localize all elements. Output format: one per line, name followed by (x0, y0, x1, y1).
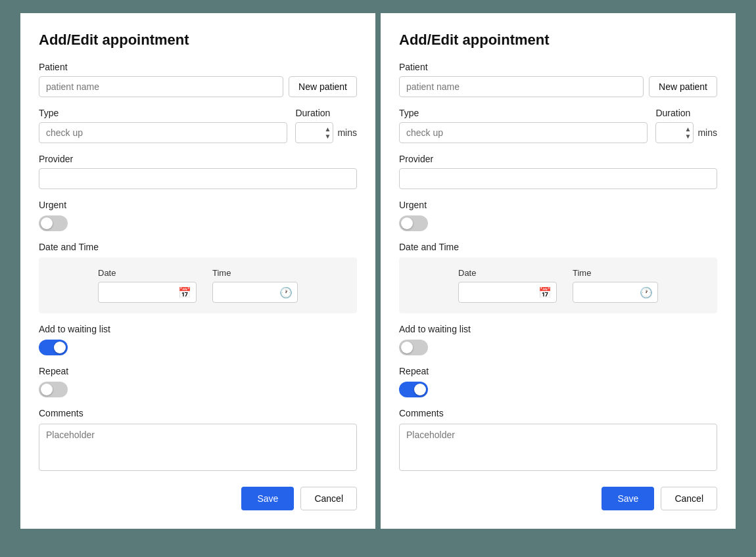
time-input-1[interactable]: 11:00 am (212, 282, 298, 303)
waiting-toggle-wrap-1 (39, 340, 357, 355)
repeat-slider-1 (39, 382, 68, 397)
patient-field-group-2: Patient New patient (399, 62, 717, 97)
urgent-toggle-2[interactable] (399, 215, 428, 231)
repeat-label-2: Repeat (399, 366, 717, 376)
date-input-1[interactable]: 01/12/2020 (98, 282, 197, 303)
datetime-box-1: Date 01/12/2020 📅 Time 11:00 am 🕐 (39, 257, 357, 313)
new-patient-button-1[interactable]: New patient (289, 76, 357, 97)
urgent-toggle-1[interactable] (39, 215, 68, 231)
provider-input-2[interactable]: John Smith (399, 168, 717, 189)
duration-down-2[interactable]: ▼ (685, 133, 692, 140)
comments-label-1: Comments (39, 408, 357, 418)
time-input-2[interactable]: 11:00 am (573, 282, 658, 303)
datetime-label-2: Date and Time (399, 242, 717, 252)
provider-input-1[interactable]: John Smith (39, 168, 357, 189)
urgent-toggle-wrap-2 (399, 215, 717, 231)
panel-2-title: Add/Edit appointment (399, 32, 717, 49)
panel-1-title: Add/Edit appointment (39, 32, 357, 49)
duration-label-1: Duration (295, 108, 357, 118)
comments-label-2: Comments (399, 408, 717, 418)
provider-label-1: Provider (39, 154, 357, 164)
type-duration-row-2: Type Duration 15 ▲ ▼ mins (399, 108, 717, 143)
comments-textarea-2[interactable] (399, 424, 717, 471)
waiting-list-group-2: Add to waiting list (399, 324, 717, 355)
urgent-field-group-1: Urgent (39, 200, 357, 231)
waiting-toggle-1[interactable] (39, 340, 68, 355)
patient-input-row-1: New patient (39, 76, 357, 97)
save-button-2[interactable]: Save (602, 487, 654, 510)
time-input-wrap-2: 11:00 am 🕐 (573, 282, 658, 303)
urgent-slider-1 (39, 215, 68, 231)
divider (375, 13, 381, 544)
duration-up-2[interactable]: ▲ (685, 126, 692, 133)
repeat-slider-2 (399, 382, 428, 397)
waiting-list-label-2: Add to waiting list (399, 324, 717, 334)
repeat-toggle-2[interactable] (399, 382, 428, 397)
cancel-button-2[interactable]: Cancel (661, 487, 717, 510)
duration-field-1: Duration 15 ▲ ▼ mins (295, 108, 357, 143)
cancel-button-1[interactable]: Cancel (300, 487, 357, 510)
waiting-slider-1 (39, 340, 68, 355)
date-col-label-1: Date (98, 268, 116, 278)
date-field-2: Date 01/12/2020 📅 (458, 268, 557, 303)
duration-down-1[interactable]: ▼ (325, 133, 331, 140)
time-field-1: Time 11:00 am 🕐 (212, 268, 298, 303)
repeat-group-2: Repeat (399, 366, 717, 397)
type-duration-row-1: Type Duration 15 ▲ ▼ mins (39, 108, 357, 143)
provider-field-group-1: Provider John Smith (39, 154, 357, 189)
urgent-slider-2 (399, 215, 428, 231)
date-input-2[interactable]: 01/12/2020 (458, 282, 557, 303)
duration-field-2: Duration 15 ▲ ▼ mins (655, 108, 717, 143)
duration-spinner-2: ▲ ▼ (685, 126, 692, 140)
time-input-wrap-1: 11:00 am 🕐 (212, 282, 298, 303)
datetime-field-group-2: Date and Time Date 01/12/2020 📅 Time 11:… (399, 242, 717, 313)
type-field-1: Type (39, 108, 287, 143)
save-button-1[interactable]: Save (241, 487, 294, 510)
repeat-group-1: Repeat (39, 366, 357, 397)
duration-label-2: Duration (655, 108, 717, 118)
duration-up-1[interactable]: ▲ (325, 126, 331, 133)
patient-input-row-2: New patient (399, 76, 717, 97)
waiting-list-label-1: Add to waiting list (39, 324, 357, 334)
duration-spinner-1: ▲ ▼ (325, 126, 331, 140)
waiting-toggle-2[interactable] (399, 340, 428, 355)
type-label-1: Type (39, 108, 287, 118)
date-field-1: Date 01/12/2020 📅 (98, 268, 197, 303)
urgent-label-1: Urgent (39, 200, 357, 210)
button-row-2: Save Cancel (399, 487, 717, 510)
patient-label-2: Patient (399, 62, 717, 72)
provider-field-group-2: Provider John Smith (399, 154, 717, 189)
time-field-2: Time 11:00 am 🕐 (573, 268, 658, 303)
provider-label-2: Provider (399, 154, 717, 164)
date-input-wrap-2: 01/12/2020 📅 (458, 282, 557, 303)
urgent-field-group-2: Urgent (399, 200, 717, 231)
duration-input-row-2: 15 ▲ ▼ mins (655, 122, 717, 143)
urgent-toggle-wrap-1 (39, 215, 357, 231)
urgent-label-2: Urgent (399, 200, 717, 210)
panel-2: Add/Edit appointment Patient New patient… (381, 13, 736, 529)
patient-field-group-1: Patient New patient (39, 62, 357, 97)
type-input-2[interactable] (399, 122, 648, 143)
patient-name-input-1[interactable] (39, 76, 283, 97)
waiting-toggle-wrap-2 (399, 340, 717, 355)
waiting-slider-2 (399, 340, 428, 355)
duration-wrap-1: 15 ▲ ▼ (295, 122, 333, 143)
date-input-wrap-1: 01/12/2020 📅 (98, 282, 197, 303)
repeat-label-1: Repeat (39, 366, 357, 376)
repeat-toggle-wrap-1 (39, 382, 357, 397)
patient-name-input-2[interactable] (399, 76, 644, 97)
repeat-toggle-1[interactable] (39, 382, 68, 397)
date-col-label-2: Date (458, 268, 476, 278)
panel-1: Add/Edit appointment Patient New patient… (20, 13, 375, 529)
mins-label-1: mins (337, 127, 357, 138)
type-input-1[interactable] (39, 122, 287, 143)
type-field-2: Type (399, 108, 648, 143)
patient-label-1: Patient (39, 62, 357, 72)
comments-textarea-1[interactable] (39, 424, 357, 471)
button-row-1: Save Cancel (39, 487, 357, 510)
time-col-label-2: Time (573, 268, 591, 278)
duration-wrap-2: 15 ▲ ▼ (655, 122, 694, 143)
new-patient-button-2[interactable]: New patient (649, 76, 717, 97)
mins-label-2: mins (697, 127, 717, 138)
datetime-field-group-1: Date and Time Date 01/12/2020 📅 Time 11:… (39, 242, 357, 313)
